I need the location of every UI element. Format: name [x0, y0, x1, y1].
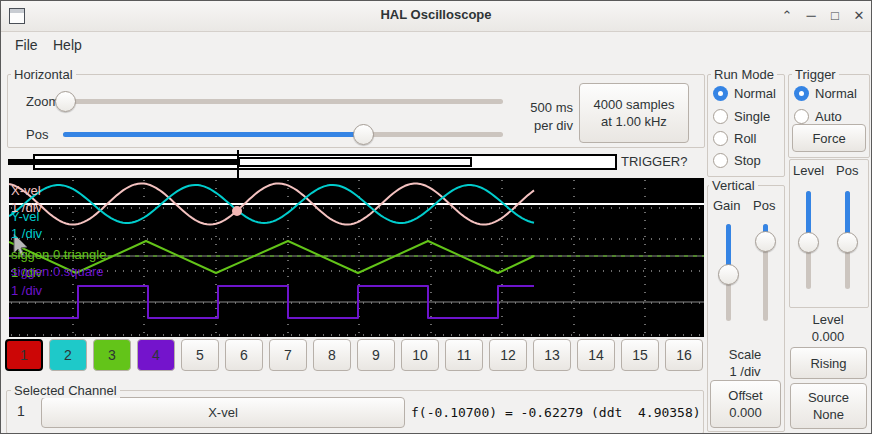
trigger-level-value-label: Level: [788, 312, 868, 327]
vertical-pos-label: Pos: [753, 198, 775, 213]
samples-line2: at 1.00 kHz: [601, 113, 667, 130]
trigger-pos-label: Pos: [836, 163, 858, 178]
trigger-level-label: Level: [793, 163, 824, 178]
channel-button-11[interactable]: 11: [445, 339, 483, 371]
scope-display[interactable]: X-vel 1 /div Y-vel 1 /div siggen.0.trian…: [9, 178, 704, 337]
menu-help[interactable]: Help: [47, 35, 88, 55]
channel-button-6[interactable]: 6: [225, 339, 263, 371]
gain-slider-handle[interactable]: [718, 264, 739, 285]
radio-icon: [713, 86, 728, 101]
offset-label: Offset: [728, 387, 762, 404]
trigger-radio-normal[interactable]: Normal: [794, 85, 857, 102]
trigger-level-value: 0.000: [788, 329, 868, 344]
vertical-pos-slider-handle[interactable]: [755, 231, 776, 252]
time-per-div-value: 500 ms: [509, 100, 573, 115]
offset-value: 0.000: [729, 404, 762, 421]
channel-button-4[interactable]: 4: [137, 339, 175, 371]
radio-icon: [713, 153, 728, 168]
trigger-source-value: None: [813, 406, 844, 423]
trigger-pos-slider-handle[interactable]: [837, 232, 858, 253]
minimize-icon[interactable]: ─: [799, 6, 823, 26]
shade-icon[interactable]: ⌃: [775, 6, 799, 26]
pos-slider-handle[interactable]: [353, 124, 374, 145]
channel-button-13[interactable]: 13: [533, 339, 571, 371]
channel-button-3[interactable]: 3: [93, 339, 131, 371]
zoom-slider-track[interactable]: [63, 99, 503, 104]
vertical-frame-label: Vertical: [709, 178, 758, 193]
channel-button-14[interactable]: 14: [577, 339, 615, 371]
window-title: HAL Oscilloscope: [1, 7, 871, 22]
channel-button-8[interactable]: 8: [313, 339, 351, 371]
run-mode-frame-label: Run Mode: [711, 67, 777, 82]
radio-icon: [713, 131, 728, 146]
trigger-auto-label: Auto: [815, 109, 842, 124]
radio-icon: [794, 86, 809, 101]
channel2-scale-label: 1 /div: [11, 226, 42, 241]
channel3-name-label: siggen.0.triangle: [11, 247, 106, 262]
offset-button[interactable]: Offset 0.000: [710, 380, 781, 428]
runmode-normal-label: Normal: [734, 86, 776, 101]
time-per-div-units: per div: [509, 118, 573, 133]
channel-button-9[interactable]: 9: [357, 339, 395, 371]
channel-button-5[interactable]: 5: [181, 339, 219, 371]
waveform-plot: [9, 178, 704, 337]
samples-line1: 4000 samples: [594, 96, 675, 113]
pos-label: Pos: [26, 127, 48, 142]
runmode-stop-label: Stop: [734, 153, 761, 168]
runmode-roll-label: Roll: [734, 131, 756, 146]
channel-button-10[interactable]: 10: [401, 339, 439, 371]
scale-label: Scale: [707, 347, 783, 362]
channel4-name-label: siggen.0.square: [11, 264, 104, 279]
scale-value: 1 /div: [707, 364, 783, 379]
trigger-position-marker: [237, 150, 239, 179]
trigger-source-label: Source: [808, 389, 849, 406]
runmode-radio-normal[interactable]: Normal: [713, 85, 776, 102]
selected-channel-frame-label: Selected Channel: [11, 383, 120, 398]
record-view-window[interactable]: [238, 157, 472, 167]
samples-button[interactable]: 4000 samples at 1.00 kHz: [579, 83, 689, 143]
channel-source-button[interactable]: X-vel: [41, 397, 405, 428]
radio-icon: [713, 109, 728, 124]
trigger-radio-auto[interactable]: Auto: [794, 108, 842, 125]
title-bar[interactable]: HAL Oscilloscope ⌃ ─ □ ✕: [1, 1, 871, 32]
force-button[interactable]: Force: [792, 124, 866, 152]
runmode-single-label: Single: [734, 109, 770, 124]
trigger-source-button[interactable]: Source None: [790, 383, 867, 429]
selected-channel-number: 1: [17, 403, 25, 419]
channel2-name-label: Y-vel: [11, 209, 39, 224]
radio-icon: [794, 109, 809, 124]
runmode-radio-single[interactable]: Single: [713, 108, 770, 125]
menu-bar: File Help: [1, 31, 871, 57]
trigger-level-slider-handle[interactable]: [798, 232, 819, 253]
horizontal-frame-label: Horizontal: [11, 67, 76, 82]
close-icon[interactable]: ✕: [847, 6, 871, 26]
channel-button-2[interactable]: 2: [49, 339, 87, 371]
runmode-radio-stop[interactable]: Stop: [713, 152, 761, 169]
channel-buttons: 12345678910111213141516: [5, 339, 705, 371]
trigger-status: TRIGGER?: [621, 154, 703, 169]
maximize-icon[interactable]: □: [823, 6, 847, 26]
trigger-normal-label: Normal: [815, 86, 857, 101]
channel1-name-label: X-vel: [11, 183, 41, 198]
hal-oscilloscope-window: HAL Oscilloscope ⌃ ─ □ ✕ File Help Horiz…: [0, 0, 872, 434]
pos-slider-fill: [63, 132, 363, 137]
record-captured-bar: [8, 159, 238, 165]
trigger-edge-button[interactable]: Rising: [790, 347, 867, 379]
channel-value-readout: f(-0.10700) = -0.62279 (ddt 4.90358): [411, 405, 701, 420]
runmode-radio-roll[interactable]: Roll: [713, 130, 756, 147]
channel4-scale-label: 1 /div: [11, 283, 42, 298]
channel-button-15[interactable]: 15: [621, 339, 659, 371]
channel-button-16[interactable]: 16: [665, 339, 703, 371]
channel-button-7[interactable]: 7: [269, 339, 307, 371]
gain-label: Gain: [713, 198, 740, 213]
channel-button-12[interactable]: 12: [489, 339, 527, 371]
channel-button-1[interactable]: 1: [5, 339, 43, 371]
trigger-frame-label: Trigger: [792, 67, 839, 82]
zoom-slider-handle[interactable]: [55, 91, 76, 112]
menu-file[interactable]: File: [9, 35, 44, 55]
